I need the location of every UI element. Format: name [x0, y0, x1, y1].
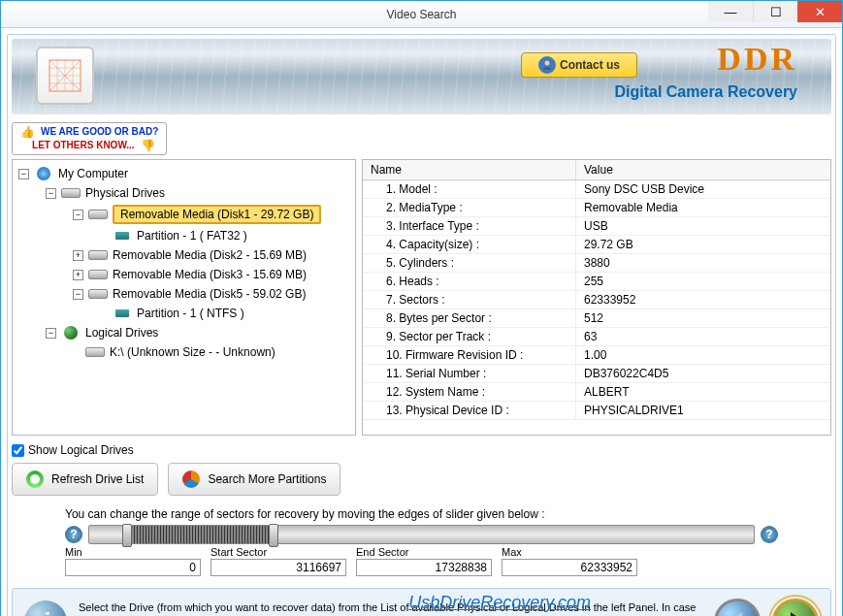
- tree-disk2[interactable]: +Removable Media (Disk2 - 15.69 MB): [13, 245, 355, 265]
- sector-slider[interactable]: [88, 525, 755, 544]
- tree-root[interactable]: −My Computer: [13, 164, 355, 183]
- property-row[interactable]: 10. Firmware Revision ID :1.00: [363, 346, 830, 365]
- property-row[interactable]: 7. Sectors :62333952: [363, 291, 830, 309]
- footer-link[interactable]: UsbDriveRecovery.com: [408, 593, 591, 613]
- computer-icon: [33, 166, 54, 181]
- help-icon[interactable]: ?: [65, 526, 82, 543]
- thumbs-down-icon: 👎: [141, 139, 155, 152]
- close-button[interactable]: ✕: [797, 1, 842, 22]
- tree-kdrive[interactable]: K:\ (Unknown Size - - Unknown): [13, 342, 355, 362]
- person-icon: [538, 56, 556, 74]
- drive-icon: [87, 267, 109, 282]
- tree-logical[interactable]: −Logical Drives: [13, 323, 355, 342]
- end-sector-input[interactable]: [356, 559, 492, 576]
- minimize-button[interactable]: —: [708, 1, 753, 22]
- contact-label: Contact us: [560, 58, 620, 72]
- tree-disk3[interactable]: +Removable Media (Disk3 - 15.69 MB): [13, 265, 355, 284]
- slider-thumb-end[interactable]: [269, 524, 278, 547]
- property-row[interactable]: 5. Cylinders :3880: [363, 254, 830, 273]
- property-row[interactable]: 11. Serial Number :DB376022C4D5: [363, 365, 830, 383]
- next-button[interactable]: [772, 599, 819, 616]
- drive-icon: [84, 344, 106, 360]
- expand-icon[interactable]: +: [73, 270, 83, 280]
- help-icon[interactable]: ?: [761, 526, 778, 543]
- col-name[interactable]: Name: [363, 160, 576, 179]
- min-input: [65, 559, 201, 576]
- tree-physical[interactable]: −Physical Drives: [13, 183, 355, 203]
- max-input: [502, 559, 637, 576]
- refresh-button[interactable]: Refresh Drive List: [12, 463, 158, 496]
- search-more-button[interactable]: Search More Partitions: [168, 463, 340, 496]
- tree-part5[interactable]: Partition - 1 ( NTFS ): [13, 304, 355, 323]
- app-logo: [36, 47, 94, 105]
- thumbs-up-icon: 👍: [20, 125, 35, 139]
- property-row[interactable]: 6. Heads :255: [363, 273, 830, 291]
- feedback-button[interactable]: 👍 WE ARE GOOD OR BAD? LET OTHERS KNOW...…: [12, 122, 167, 155]
- slider-label: You can change the range of sectors for …: [65, 507, 778, 521]
- collapse-icon[interactable]: −: [46, 188, 56, 199]
- col-value[interactable]: Value: [576, 160, 830, 179]
- maximize-button[interactable]: ☐: [753, 1, 797, 22]
- property-row[interactable]: 4. Capacity(size) :29.72 GB: [363, 236, 830, 254]
- show-logical-checkbox[interactable]: Show Logical Drives: [12, 443, 134, 457]
- globe-icon: [60, 325, 81, 340]
- collapse-icon[interactable]: −: [46, 328, 56, 339]
- drive-icon: [87, 286, 109, 302]
- collapse-icon[interactable]: −: [73, 210, 83, 220]
- drive-tree[interactable]: −My Computer −Physical Drives −Removable…: [12, 159, 356, 436]
- property-row[interactable]: 8. Bytes per Sector :512: [363, 309, 830, 328]
- drive-icon: [60, 185, 81, 201]
- contact-us-button[interactable]: Contact us: [521, 52, 637, 78]
- refresh-icon: [26, 470, 44, 488]
- expand-icon[interactable]: +: [73, 250, 83, 261]
- svg-point-1: [544, 61, 549, 66]
- collapse-icon[interactable]: −: [73, 289, 83, 300]
- tree-disk5[interactable]: −Removable Media (Disk5 - 59.02 GB): [13, 284, 355, 304]
- partition-icon: [112, 228, 133, 243]
- collapse-icon[interactable]: −: [18, 169, 29, 179]
- property-row[interactable]: 3. Interface Type :USB: [363, 217, 830, 236]
- header-banner: Contact us DDR Digital Camera Recovery: [12, 39, 831, 114]
- tree-disk1[interactable]: −Removable Media (Disk1 - 29.72 GB): [13, 203, 355, 226]
- property-row[interactable]: 13. Physical Device ID :PHYSICALDRIVE1: [363, 402, 830, 420]
- brand-ddr: DDR: [717, 41, 797, 78]
- partition-icon: [112, 306, 133, 321]
- slider-thumb-start[interactable]: [122, 524, 132, 547]
- hint-text: Select the Drive (from which you want to…: [79, 600, 702, 616]
- properties-panel: Name Value 1. Model :Sony DSC USB Device…: [362, 159, 831, 436]
- property-row[interactable]: 12. System Name :ALBERT: [363, 383, 830, 402]
- start-sector-input[interactable]: [211, 559, 346, 576]
- brand-product: Digital Camera Recovery: [614, 83, 797, 101]
- back-button[interactable]: [714, 599, 761, 616]
- property-row[interactable]: 2. MediaType :Removable Media: [363, 199, 830, 217]
- titlebar[interactable]: Video Search — ☐ ✕: [1, 1, 842, 28]
- pie-icon: [182, 470, 200, 488]
- app-window: Video Search — ☐ ✕ Contact us DDR Digita…: [0, 0, 843, 616]
- tree-part1[interactable]: Partition - 1 ( FAT32 ): [13, 226, 355, 245]
- property-row[interactable]: 1. Model :Sony DSC USB Device: [363, 180, 830, 199]
- info-icon: i: [24, 600, 67, 616]
- drive-icon: [87, 247, 109, 263]
- property-row[interactable]: 9. Sector per Track :63: [363, 328, 830, 346]
- drive-icon: [87, 207, 109, 222]
